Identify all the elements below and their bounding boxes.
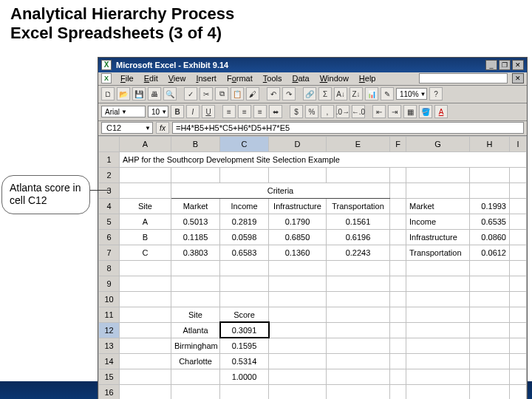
select-all-cell[interactable] bbox=[99, 136, 120, 151]
fx-button[interactable]: fx bbox=[156, 122, 169, 134]
row-14[interactable]: 14 Charlotte 0.5314 bbox=[99, 353, 527, 369]
col-B[interactable]: B bbox=[171, 136, 220, 151]
drawing-icon[interactable]: ✎ bbox=[381, 87, 394, 100]
workbook-close-button[interactable]: ✕ bbox=[512, 73, 524, 83]
cell-D7[interactable]: 0.1360 bbox=[269, 245, 327, 260]
menu-format[interactable]: Format bbox=[222, 73, 257, 83]
decrease-indent-icon[interactable]: ⇤ bbox=[372, 105, 386, 118]
format-painter-icon[interactable]: 🖌 bbox=[246, 87, 259, 100]
cell-H7[interactable]: 0.0612 bbox=[470, 245, 510, 260]
merge-center-icon[interactable]: ⬌ bbox=[269, 105, 282, 118]
fill-color-icon[interactable]: 🪣 bbox=[419, 105, 432, 118]
row-7[interactable]: 7 C 0.3803 0.6583 0.1360 0.2243 Transpor… bbox=[99, 245, 527, 260]
menu-file[interactable]: File bbox=[116, 73, 138, 83]
font-name-dropdown[interactable]: Arial▼ bbox=[101, 106, 146, 117]
print-preview-icon[interactable]: 🔍 bbox=[163, 87, 177, 100]
cell-C5[interactable]: 0.2819 bbox=[220, 214, 269, 229]
cut-icon[interactable]: ✂ bbox=[200, 87, 213, 100]
cell-C4[interactable]: Income bbox=[220, 198, 269, 214]
row-4[interactable]: 4 Site Market Income Infrastructure Tran… bbox=[99, 198, 527, 214]
row-8[interactable]: 8 bbox=[99, 260, 527, 276]
cell-A6[interactable]: B bbox=[120, 229, 171, 245]
cell-C15[interactable]: 1.0000 bbox=[220, 369, 269, 384]
row-15[interactable]: 15 1.0000 bbox=[99, 369, 527, 384]
menu-view[interactable]: View bbox=[164, 73, 191, 83]
col-I[interactable]: I bbox=[510, 136, 527, 151]
row-5[interactable]: 5 A 0.5013 0.2819 0.1790 0.1561 Income 0… bbox=[99, 214, 527, 229]
row-1[interactable]: 1AHP for the Southcorp Development Site … bbox=[99, 151, 527, 167]
col-D[interactable]: D bbox=[269, 136, 327, 151]
col-E[interactable]: E bbox=[327, 136, 390, 151]
currency-icon[interactable]: $ bbox=[290, 105, 303, 118]
cell-E4[interactable]: Transportation bbox=[327, 198, 390, 214]
align-left-icon[interactable]: ≡ bbox=[222, 105, 236, 118]
cell-H4[interactable]: 0.1993 bbox=[470, 198, 510, 214]
row-11[interactable]: 11 Site Score bbox=[99, 307, 527, 322]
formula-bar[interactable]: =H4*B5+H5*C5+H6*D5+H7*E5 bbox=[172, 122, 524, 134]
cell-A5[interactable]: A bbox=[120, 214, 171, 229]
underline-icon[interactable]: U bbox=[202, 105, 215, 118]
cell-D5[interactable]: 0.1790 bbox=[269, 214, 327, 229]
row-13[interactable]: 13 Birmingham 0.1595 bbox=[99, 338, 527, 353]
cell-G6[interactable]: Infrastructure bbox=[406, 229, 470, 245]
row-10[interactable]: 10 bbox=[99, 291, 527, 307]
cell-A1[interactable]: AHP for the Southcorp Development Site S… bbox=[120, 151, 527, 167]
menu-edit[interactable]: Edit bbox=[140, 73, 163, 83]
increase-decimal-icon[interactable]: .0→ bbox=[336, 105, 349, 118]
worksheet-grid[interactable]: A B C D E F G H I 1AHP for the Southcorp… bbox=[98, 136, 527, 399]
cell-A7[interactable]: C bbox=[120, 245, 171, 260]
cell-C14[interactable]: 0.5314 bbox=[220, 353, 269, 369]
autosum-icon[interactable]: Σ bbox=[318, 87, 332, 100]
paste-icon[interactable]: 📋 bbox=[231, 87, 244, 100]
row-9[interactable]: 9 bbox=[99, 276, 527, 291]
increase-indent-icon[interactable]: ⇥ bbox=[388, 105, 401, 118]
row-16[interactable]: 16 bbox=[99, 384, 527, 399]
cell-G7[interactable]: Transportation bbox=[406, 245, 470, 260]
align-right-icon[interactable]: ≡ bbox=[253, 105, 267, 118]
hyperlink-icon[interactable]: 🔗 bbox=[303, 87, 316, 100]
align-center-icon[interactable]: ≡ bbox=[238, 105, 251, 118]
name-box[interactable]: C12▼ bbox=[101, 122, 153, 134]
row-2[interactable]: 2 bbox=[99, 167, 527, 183]
spellcheck-icon[interactable]: ✓ bbox=[184, 87, 197, 100]
font-color-icon[interactable]: A bbox=[434, 105, 448, 118]
row-12[interactable]: 12 Atlanta 0.3091 bbox=[99, 322, 527, 338]
criteria-header[interactable]: Criteria bbox=[171, 183, 390, 198]
minimize-button[interactable]: _ bbox=[485, 60, 497, 70]
borders-icon[interactable]: ▦ bbox=[403, 105, 417, 118]
menu-help[interactable]: Help bbox=[355, 73, 381, 83]
help-search-box[interactable] bbox=[419, 73, 508, 83]
menu-window[interactable]: Window bbox=[316, 73, 353, 83]
col-C[interactable]: C bbox=[220, 136, 269, 151]
cell-G5[interactable]: Income bbox=[406, 214, 470, 229]
cell-H5[interactable]: 0.6535 bbox=[470, 214, 510, 229]
cell-D6[interactable]: 0.6850 bbox=[269, 229, 327, 245]
new-icon[interactable]: 🗋 bbox=[101, 87, 115, 100]
close-button[interactable]: ✕ bbox=[512, 60, 524, 70]
save-icon[interactable]: 💾 bbox=[132, 87, 146, 100]
sort-asc-icon[interactable]: A↓ bbox=[334, 87, 347, 100]
cell-B13[interactable]: Birmingham bbox=[171, 338, 220, 353]
row-6[interactable]: 6 B 0.1185 0.0598 0.6850 0.6196 Infrastr… bbox=[99, 229, 527, 245]
cell-C7[interactable]: 0.6583 bbox=[220, 245, 269, 260]
cell-B4[interactable]: Market bbox=[171, 198, 220, 214]
cell-G4[interactable]: Market bbox=[406, 198, 470, 214]
percent-icon[interactable]: % bbox=[305, 105, 318, 118]
col-F[interactable]: F bbox=[390, 136, 406, 151]
menu-insert[interactable]: Insert bbox=[191, 73, 221, 83]
open-icon[interactable]: 📂 bbox=[117, 87, 130, 100]
copy-icon[interactable]: ⧉ bbox=[215, 87, 228, 100]
maximize-button[interactable]: ❐ bbox=[499, 60, 511, 70]
menu-tools[interactable]: Tools bbox=[259, 73, 287, 83]
help-icon[interactable]: ? bbox=[429, 87, 443, 100]
cell-C6[interactable]: 0.0598 bbox=[220, 229, 269, 245]
menu-data[interactable]: Data bbox=[287, 73, 313, 83]
cell-B5[interactable]: 0.5013 bbox=[171, 214, 220, 229]
col-H[interactable]: H bbox=[470, 136, 510, 151]
cell-B6[interactable]: 0.1185 bbox=[171, 229, 220, 245]
cell-E6[interactable]: 0.6196 bbox=[327, 229, 390, 245]
decrease-decimal-icon[interactable]: ←.0 bbox=[352, 105, 365, 118]
row-3[interactable]: 3Criteria bbox=[99, 183, 527, 198]
col-A[interactable]: A bbox=[120, 136, 171, 151]
font-size-dropdown[interactable]: 10▼ bbox=[148, 106, 168, 117]
